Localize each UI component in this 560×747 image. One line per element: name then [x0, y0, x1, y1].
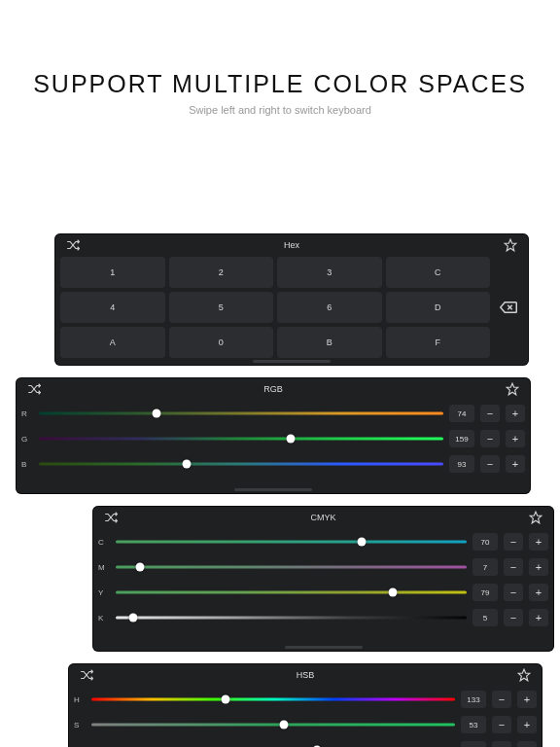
backspace-icon[interactable]: [496, 293, 521, 322]
hex-key[interactable]: D: [386, 292, 491, 323]
channel-label: B: [21, 460, 33, 469]
slider-thumb[interactable]: [357, 538, 366, 547]
slider-thumb[interactable]: [280, 721, 289, 729]
slider-row: S53−+: [74, 712, 537, 737]
star-icon[interactable]: [500, 236, 521, 254]
star-icon[interactable]: [502, 380, 523, 398]
minus-button[interactable]: −: [504, 533, 523, 551]
plus-button[interactable]: +: [529, 533, 548, 551]
star-icon[interactable]: [525, 509, 546, 526]
hsb-panel: HSB H133−+S53−+B62−+: [68, 663, 542, 747]
shuffle-icon[interactable]: [100, 509, 122, 526]
slider-track[interactable]: [39, 409, 443, 418]
slider-row: K5−+: [98, 605, 548, 630]
value-box: 79: [472, 584, 498, 601]
plus-button[interactable]: +: [517, 741, 537, 747]
minus-button[interactable]: −: [492, 691, 511, 708]
svg-marker-2: [530, 512, 542, 523]
plus-button[interactable]: +: [529, 609, 548, 626]
value-box: 74: [449, 405, 474, 422]
svg-marker-1: [507, 383, 518, 395]
plus-button[interactable]: +: [506, 430, 525, 447]
hex-key[interactable]: 2: [169, 257, 274, 288]
hex-title: Hex: [86, 240, 498, 250]
slider-thumb[interactable]: [222, 695, 230, 704]
minus-button[interactable]: −: [480, 430, 500, 447]
value-box: 93: [449, 455, 474, 473]
slider-row: B93−+: [21, 451, 525, 477]
hsb-title: HSB: [99, 670, 511, 680]
hex-key[interactable]: F: [386, 327, 491, 358]
slider-row: R74−+: [21, 401, 525, 426]
minus-button[interactable]: −: [504, 584, 523, 601]
slider-row: C70−+: [98, 529, 548, 554]
plus-button[interactable]: +: [529, 558, 548, 576]
hex-key[interactable]: 6: [277, 292, 382, 323]
hex-key[interactable]: 3: [277, 257, 382, 288]
slider-thumb[interactable]: [129, 614, 138, 622]
slider-track[interactable]: [39, 459, 443, 469]
channel-label: G: [21, 435, 33, 444]
plus-button[interactable]: +: [517, 716, 537, 733]
shuffle-icon[interactable]: [62, 236, 84, 254]
value-box: 159: [449, 430, 474, 447]
channel-label: R: [21, 409, 33, 418]
hex-key[interactable]: 0: [169, 327, 274, 358]
svg-marker-3: [518, 669, 530, 681]
minus-button[interactable]: −: [504, 558, 523, 576]
minus-button[interactable]: −: [480, 455, 500, 473]
slider-track[interactable]: [91, 720, 455, 729]
hex-key[interactable]: A: [60, 327, 165, 358]
minus-button[interactable]: −: [480, 405, 500, 422]
value-box: 133: [461, 691, 486, 708]
minus-button[interactable]: −: [504, 609, 523, 626]
value-box: 5: [472, 609, 498, 626]
slider-track[interactable]: [39, 434, 443, 444]
star-icon[interactable]: [513, 666, 535, 684]
channel-label: K: [98, 614, 110, 622]
value-box: 53: [461, 716, 486, 733]
channel-label: Y: [98, 588, 110, 597]
slider-row: Y79−+: [98, 580, 548, 605]
slider-track[interactable]: [116, 562, 467, 572]
drag-handle[interactable]: [234, 488, 312, 491]
channel-label: C: [98, 538, 110, 547]
drag-handle[interactable]: [285, 646, 363, 649]
hex-key[interactable]: 4: [60, 292, 165, 323]
slider-row: G159−+: [21, 426, 525, 451]
hex-key[interactable]: B: [277, 327, 382, 358]
hex-key[interactable]: 1: [60, 257, 165, 288]
cmyk-panel: CMYK C70−+M7−+Y79−+K5−+: [92, 506, 554, 652]
slider-thumb[interactable]: [287, 435, 296, 444]
slider-thumb[interactable]: [152, 409, 160, 418]
page-subtitle: Swipe left and right to switch keyboard: [0, 104, 560, 116]
minus-button[interactable]: −: [492, 741, 511, 747]
plus-button[interactable]: +: [506, 405, 525, 422]
value-box: 70: [472, 533, 498, 551]
slider-row: H133−+: [74, 687, 537, 712]
slider-track[interactable]: [116, 613, 467, 622]
page-title: SUPPORT MULTIPLE COLOR SPACES: [0, 70, 560, 98]
hex-key[interactable]: 5: [169, 292, 274, 323]
slider-thumb[interactable]: [136, 563, 145, 572]
shuffle-icon[interactable]: [76, 666, 97, 684]
slider-thumb[interactable]: [389, 588, 398, 597]
cmyk-title: CMYK: [123, 513, 523, 522]
minus-button[interactable]: −: [492, 716, 511, 733]
channel-label: S: [74, 721, 86, 729]
svg-marker-0: [505, 239, 516, 251]
slider-thumb[interactable]: [182, 460, 191, 469]
hex-panel: Hex 1 2 3 C 4 5 6 D A 0: [54, 233, 529, 366]
value-box: 7: [472, 558, 498, 576]
plus-button[interactable]: +: [529, 584, 548, 601]
hex-key[interactable]: C: [386, 257, 491, 288]
value-box: 62: [461, 741, 486, 747]
shuffle-icon[interactable]: [23, 380, 45, 398]
plus-button[interactable]: +: [506, 455, 525, 473]
slider-track[interactable]: [116, 537, 467, 547]
slider-track[interactable]: [91, 694, 455, 704]
plus-button[interactable]: +: [517, 691, 537, 708]
slider-track[interactable]: [116, 587, 467, 597]
channel-label: H: [74, 695, 86, 704]
drag-handle[interactable]: [253, 360, 331, 363]
